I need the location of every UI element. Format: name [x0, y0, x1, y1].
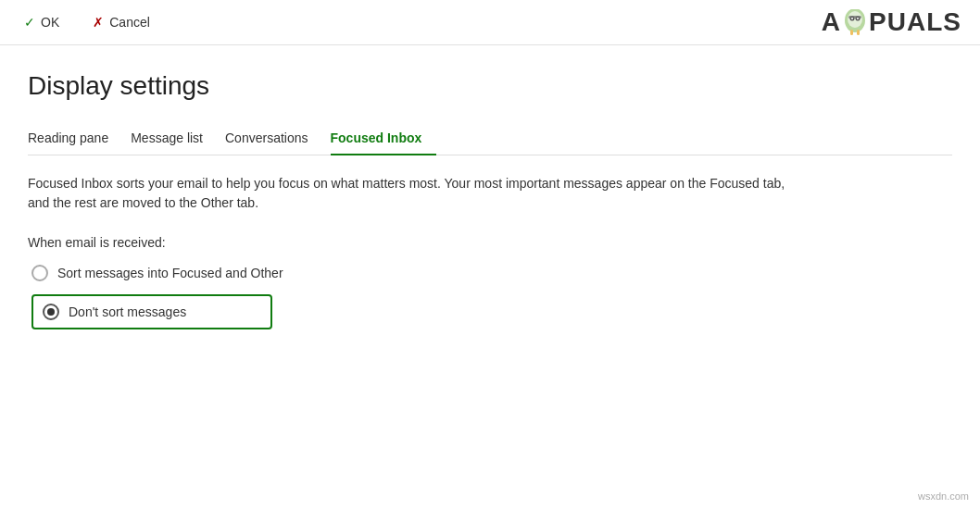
ok-icon: ✓ — [24, 15, 35, 30]
svg-rect-5 — [857, 30, 860, 35]
svg-point-7 — [851, 18, 853, 19]
svg-point-1 — [848, 11, 862, 28]
cancel-button[interactable]: ✗ Cancel — [87, 11, 156, 33]
cancel-label: Cancel — [109, 15, 150, 30]
ok-button[interactable]: ✓ OK — [19, 11, 65, 33]
watermark: wsxdn.com — [918, 490, 969, 502]
svg-point-8 — [857, 18, 859, 19]
svg-rect-4 — [850, 30, 853, 35]
svg-rect-6 — [848, 16, 861, 19]
radio-sort-focused[interactable] — [31, 265, 48, 281]
radio-group: Sort messages into Focused and Other Don… — [31, 265, 952, 329]
tab-reading-pane[interactable]: Reading pane — [28, 123, 123, 155]
when-received-label: When email is received: — [28, 235, 952, 250]
cancel-icon: ✗ — [93, 15, 104, 30]
focused-inbox-description: Focused Inbox sorts your email to help y… — [28, 174, 787, 213]
option-dont-sort-label: Don't sort messages — [69, 304, 186, 319]
content: Display settings Reading pane Message li… — [0, 45, 980, 348]
radio-dont-sort[interactable] — [43, 304, 59, 320]
tab-focused-inbox[interactable]: Focused Inbox — [331, 123, 437, 155]
page-title: Display settings — [28, 71, 952, 101]
option-dont-sort[interactable]: Don't sort messages — [31, 294, 272, 329]
main-container: A PUALS ✓ OK ✗ Cancel — [0, 0, 980, 509]
logo-icon — [842, 9, 868, 39]
option-sort-focused[interactable]: Sort messages into Focused and Other — [31, 265, 952, 281]
option-sort-focused-label: Sort messages into Focused and Other — [57, 266, 283, 280]
logo-area: A PUALS — [822, 7, 961, 39]
ok-label: OK — [41, 15, 59, 30]
tab-conversations[interactable]: Conversations — [225, 123, 323, 155]
tabs-container: Reading pane Message list Conversations … — [28, 123, 952, 155]
logo-text: A PUALS — [822, 7, 961, 36]
tab-message-list[interactable]: Message list — [131, 123, 218, 155]
